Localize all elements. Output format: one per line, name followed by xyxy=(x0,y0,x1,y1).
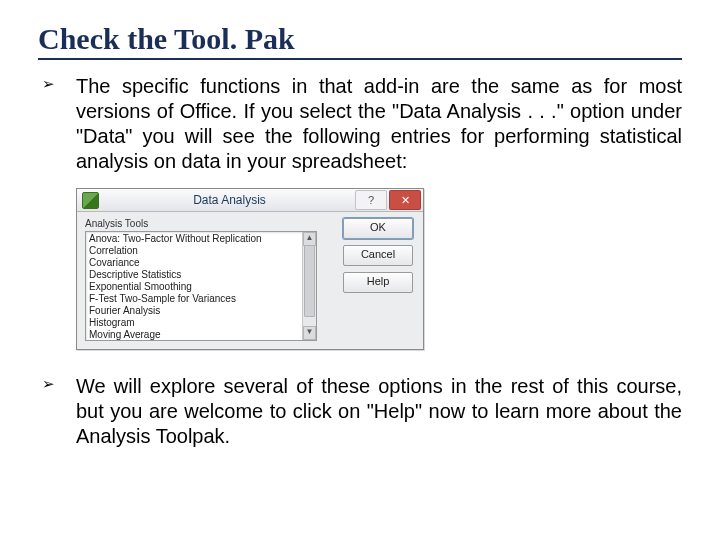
data-analysis-dialog: Data Analysis ? ✕ Analysis Tools Anova: … xyxy=(76,188,424,350)
app-icon xyxy=(82,192,99,209)
slide-heading: Check the Tool. Pak xyxy=(38,22,682,60)
list-item[interactable]: Moving Average xyxy=(88,329,314,341)
analysis-tools-label: Analysis Tools xyxy=(85,218,333,229)
scroll-down-arrow[interactable]: ▼ xyxy=(303,326,316,340)
help-button[interactable]: Help xyxy=(343,272,413,293)
list-item[interactable]: Fourier Analysis xyxy=(88,305,314,317)
list-item[interactable]: Descriptive Statistics xyxy=(88,269,314,281)
list-item[interactable]: Covariance xyxy=(88,257,314,269)
titlebar-close-button[interactable]: ✕ xyxy=(389,190,421,210)
cancel-button[interactable]: Cancel xyxy=(343,245,413,266)
dialog-titlebar[interactable]: Data Analysis ? ✕ xyxy=(77,189,423,212)
bullet-2: We will explore several of these options… xyxy=(38,374,682,449)
dialog-title: Data Analysis xyxy=(104,193,355,207)
ok-button[interactable]: OK xyxy=(343,218,413,239)
list-item[interactable]: Histogram xyxy=(88,317,314,329)
list-item[interactable]: Correlation xyxy=(88,245,314,257)
analysis-tools-listbox[interactable]: Anova: Two-Factor Without ReplicationCor… xyxy=(85,231,317,341)
list-item[interactable]: Anova: Two-Factor Without Replication xyxy=(88,233,314,245)
list-item[interactable]: F-Test Two-Sample for Variances xyxy=(88,293,314,305)
bullet-1: The specific functions in that add-in ar… xyxy=(38,74,682,174)
list-item[interactable]: Exponential Smoothing xyxy=(88,281,314,293)
scroll-up-arrow[interactable]: ▲ xyxy=(303,232,316,246)
titlebar-help-button[interactable]: ? xyxy=(355,190,387,210)
scroll-thumb[interactable] xyxy=(304,245,315,317)
listbox-scrollbar[interactable]: ▲ ▼ xyxy=(302,232,316,340)
